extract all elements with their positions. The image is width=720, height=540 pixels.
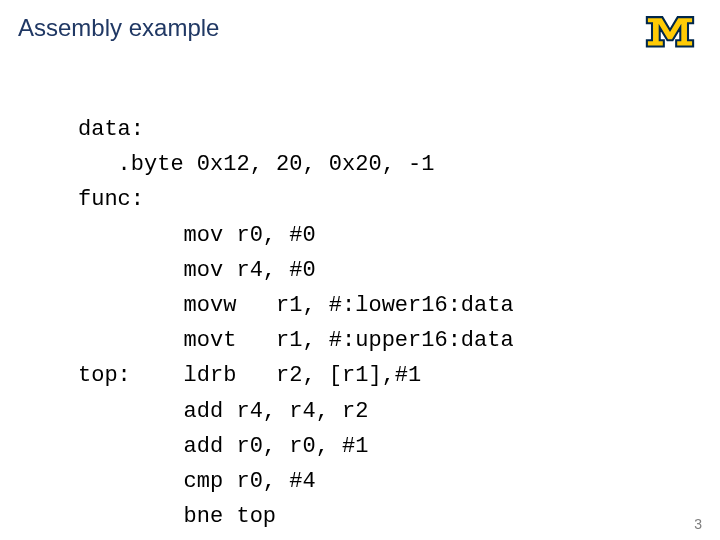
block-m-logo	[640, 12, 700, 48]
slide-title: Assembly example	[18, 14, 219, 42]
page-number: 3	[694, 516, 702, 532]
assembly-code-block: data: .byte 0x12, 20, 0x20, -1 func: mov…	[78, 112, 514, 534]
block-m-icon	[640, 12, 700, 48]
